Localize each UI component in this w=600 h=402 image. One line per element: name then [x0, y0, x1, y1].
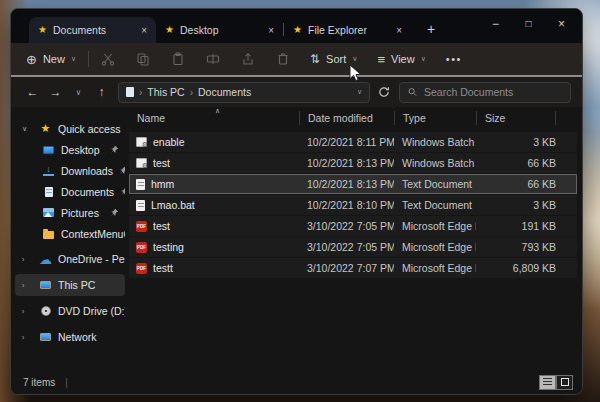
sidebar-item-onedrive[interactable]: › ☁ OneDrive - Personal [15, 248, 125, 270]
large-icons-view-button[interactable] [556, 375, 573, 390]
pin-icon [119, 166, 125, 175]
close-button[interactable]: × [545, 12, 578, 35]
documents-icon [42, 186, 55, 198]
delete-icon[interactable] [276, 52, 290, 66]
table-row[interactable]: testt 3/10/2022 7:07 PM Microsoft Edge P… [129, 258, 577, 278]
chevron-right-icon[interactable]: › [22, 282, 24, 289]
table-row-selected[interactable]: hmm 10/2/2021 8:13 PM Text Document 66 K… [129, 174, 577, 194]
pin-icon [110, 145, 119, 154]
tab-desktop[interactable]: ★ Desktop × [156, 17, 283, 43]
mouse-cursor [349, 64, 363, 84]
dvd-drive-icon [39, 305, 52, 317]
new-button[interactable]: ⊕ New ∨ [26, 52, 76, 67]
tab-close-icon[interactable]: × [268, 25, 274, 36]
sidebar-item-network[interactable]: › Network [15, 326, 125, 348]
file-name: test [153, 220, 170, 232]
new-tab-button[interactable]: + [427, 21, 435, 37]
sidebar-item-dvd-drive[interactable]: › DVD Drive (D:) CCCO [15, 300, 125, 322]
location-icon [126, 87, 134, 97]
column-header-name[interactable]: Name [129, 111, 299, 125]
chevron-down-icon: ∨ [421, 55, 426, 63]
view-toggles [539, 375, 573, 390]
table-row[interactable]: enable 10/2/2021 8:11 PM Windows Batch F… [129, 132, 577, 152]
file-type: Microsoft Edge P... [394, 241, 476, 253]
command-toolbar: ⊕ New ∨ ⇅ Sort ∨ ≡ View ∨ [11, 43, 582, 75]
forward-button[interactable]: → [44, 85, 67, 99]
chevron-right-icon[interactable]: › [22, 334, 24, 341]
tab-close-icon[interactable]: × [396, 25, 402, 36]
chevron-down-icon[interactable]: ∨ [22, 125, 27, 133]
folder-icon [42, 228, 55, 240]
maximize-button[interactable]: □ [512, 12, 545, 35]
sidebar-item-pictures[interactable]: Pictures [15, 202, 125, 223]
tab-documents[interactable]: ★ Documents × [29, 17, 156, 43]
folder-star-icon: ★ [38, 25, 47, 35]
table-row[interactable]: testing 3/10/2022 7:05 PM Microsoft Edge… [129, 237, 577, 257]
chevron-right-icon[interactable]: › [22, 308, 24, 315]
file-name: enable [153, 136, 185, 148]
sort-label: Sort [326, 53, 346, 65]
item-count: 7 items [23, 377, 55, 388]
sidebar-item-downloads[interactable]: ↓ Downloads [15, 160, 125, 181]
share-icon[interactable] [241, 52, 255, 66]
breadcrumb-this-pc[interactable]: This PC [147, 86, 184, 98]
pdf-file-icon [136, 263, 147, 274]
sidebar-item-quick-access[interactable]: ∨ ★ Quick access [15, 118, 125, 139]
sidebar-item-desktop[interactable]: Desktop [15, 139, 125, 160]
cut-icon[interactable] [101, 52, 115, 66]
minimize-button[interactable]: − [479, 12, 512, 35]
tab-file-explorer[interactable]: ★ File Explorer × [284, 17, 411, 43]
refresh-button[interactable] [378, 86, 390, 98]
recent-locations-button[interactable]: ∨ [67, 88, 90, 97]
tab-bar: ★ Documents × ★ Desktop × ★ File Explore… [11, 9, 582, 43]
window-controls: − □ × [479, 12, 578, 35]
view-button[interactable]: ≡ View ∨ [377, 52, 425, 67]
tab-close-icon[interactable]: × [141, 25, 147, 36]
sidebar-item-documents[interactable]: Documents [15, 181, 125, 202]
copy-icon[interactable] [136, 52, 150, 66]
sidebar-item-label: This PC [58, 279, 95, 291]
search-input[interactable] [424, 86, 562, 98]
desktop-icon [42, 144, 55, 156]
sidebar-item-this-pc[interactable]: › This PC [15, 274, 125, 296]
main-content: ∨ ★ Quick access Desktop ↓ Downloads Doc… [11, 107, 582, 370]
table-row[interactable]: test 10/2/2021 8:13 PM Windows Batch Fil… [129, 153, 577, 173]
batch-file-icon [136, 137, 147, 147]
breadcrumb-bar[interactable]: › This PC › Documents ∨ [118, 82, 370, 103]
file-list-pane: Name Date modified Type Size ∧ enable 10… [129, 107, 582, 370]
sidebar-item-contextmenucust[interactable]: ContextMenuCust [15, 223, 125, 244]
file-date: 10/2/2021 8:13 PM [299, 178, 394, 190]
pin-icon [120, 187, 125, 196]
file-date: 10/2/2021 8:10 PM [299, 199, 394, 211]
batch-file-icon [136, 158, 147, 168]
back-button[interactable]: ← [21, 85, 44, 99]
column-header-type[interactable]: Type [394, 111, 476, 125]
file-explorer-window: ★ Documents × ★ Desktop × ★ File Explore… [10, 8, 583, 395]
sidebar-item-label: Network [58, 331, 97, 343]
column-header-date-modified[interactable]: Date modified [299, 111, 394, 125]
sidebar-item-label: Documents [61, 186, 114, 198]
file-name: hmm [151, 178, 174, 190]
rename-icon[interactable] [206, 52, 220, 66]
text-file-icon [136, 200, 145, 211]
sidebar-item-label: Pictures [61, 207, 99, 219]
see-more-button[interactable]: ••• [446, 53, 462, 65]
details-view-button[interactable] [539, 375, 556, 390]
pdf-file-icon [136, 242, 147, 253]
table-row[interactable]: test 3/10/2022 7:05 PM Microsoft Edge P.… [129, 216, 577, 236]
search-box[interactable] [399, 82, 571, 103]
paste-icon[interactable] [171, 52, 185, 66]
tab-label: Desktop [180, 24, 219, 36]
file-date: 3/10/2022 7:05 PM [299, 241, 394, 253]
breadcrumb-documents[interactable]: Documents [198, 86, 251, 98]
up-button[interactable]: ↑ [90, 85, 113, 99]
sort-arrows-icon: ⇅ [310, 52, 320, 66]
column-header-size[interactable]: Size [476, 111, 556, 125]
file-name: Lmao.bat [151, 199, 195, 211]
address-dropdown-icon[interactable]: ∨ [357, 88, 362, 96]
file-size: 66 KB [476, 157, 556, 169]
table-row[interactable]: Lmao.bat 10/2/2021 8:10 PM Text Document… [129, 195, 577, 215]
tab-label: Documents [53, 24, 106, 36]
chevron-right-icon[interactable]: › [22, 256, 24, 263]
sidebar-item-label: DVD Drive (D:) CCCO [58, 305, 125, 317]
